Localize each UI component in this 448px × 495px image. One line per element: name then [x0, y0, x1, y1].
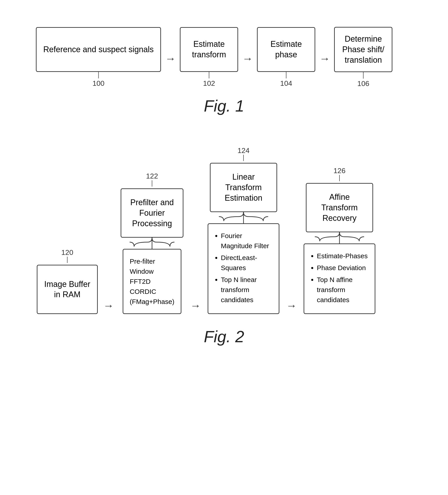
box-124: LinearTransformEstimation [210, 163, 277, 212]
arrow-3: → [315, 52, 334, 65]
box-122-text: Prefilter andFourierProcessing [130, 197, 174, 229]
box-126-text: AffineTransformRecovery [321, 192, 358, 223]
box-122: Prefilter andFourierProcessing [121, 188, 183, 238]
subbox-126: Estimate-Phases Phase Deviation Top N af… [303, 244, 375, 314]
box-wrapper-102: Estimatetransform 102 [180, 27, 238, 72]
label-120-top: 120 [61, 248, 73, 263]
fig1-flow-row: Reference and suspect signals 100 → Esti… [36, 27, 412, 90]
box-wrapper-106: DeterminePhase shift/translation 106 [334, 27, 392, 72]
box-102-text: Estimatetransform [192, 39, 226, 60]
subbox-122-text: Pre-filterWindowFFT2DCORDIC(FMag+Phase) [130, 258, 174, 305]
box-wrapper-100: Reference and suspect signals 100 [36, 27, 161, 72]
main-container: Reference and suspect signals 100 → Esti… [0, 0, 448, 382]
arrow-fig2-3: → [282, 282, 301, 314]
fig1-title: Fig. 1 [36, 97, 412, 115]
sub-124-item-2: DirectLeast-Squares [221, 253, 273, 273]
box-126: AffineTransformRecovery [306, 183, 373, 232]
box-120: Image Bufferin RAM [37, 265, 98, 314]
subbox-122: Pre-filterWindowFFT2DCORDIC(FMag+Phase) [123, 249, 181, 314]
label-122-top: 122 [146, 172, 158, 187]
sub-126-item-1: Estimate-Phases [317, 251, 368, 261]
brace-124 [219, 212, 268, 223]
box-100: Reference and suspect signals [36, 27, 161, 72]
box-124-text: LinearTransformEstimation [225, 172, 262, 203]
arrow-1: → [161, 52, 180, 65]
box-100-text: Reference and suspect signals [43, 44, 154, 55]
tick-106 [363, 72, 363, 79]
brace-122 [130, 238, 174, 249]
sub-124-item-1: Fourier Magnitude Filter [221, 231, 273, 251]
tick-102 [209, 72, 209, 78]
sub-126-item-2: Phase Deviation [317, 263, 368, 273]
arrow-fig2-2: → [186, 282, 205, 314]
fig2-area: 120 Image Bufferin RAM → 122 Prefilter a… [18, 138, 430, 368]
box-102: Estimatetransform [180, 27, 238, 72]
label-104: 104 [280, 72, 292, 88]
box-104: Estimatephase [257, 27, 315, 72]
subbox-124: Fourier Magnitude Filter DirectLeast-Squ… [208, 223, 279, 314]
label-124-top: 124 [237, 147, 249, 161]
label-100: 100 [92, 72, 104, 88]
label-102: 102 [203, 72, 215, 88]
fig1-area: Reference and suspect signals 100 → Esti… [18, 14, 430, 138]
arrow-fig2-1: → [99, 282, 118, 314]
label-126-top: 126 [333, 167, 345, 181]
box-106-text: DeterminePhase shift/translation [342, 34, 384, 65]
box-120-text: Image Bufferin RAM [44, 279, 90, 300]
box-106: DeterminePhase shift/translation [334, 27, 392, 72]
sub-124-item-3: Top N linear transform candidates [221, 275, 273, 305]
arrow-2: → [238, 52, 257, 65]
box-wrapper-104: Estimatephase 104 [257, 27, 315, 72]
box-104-text: Estimatephase [270, 39, 302, 60]
brace-126 [315, 232, 364, 244]
fig2-title: Fig. 2 [36, 328, 412, 346]
label-106: 106 [357, 72, 369, 88]
sub-126-item-3: Top N affine transform candidates [317, 275, 368, 305]
tick-100 [98, 72, 99, 78]
tick-104 [286, 72, 286, 78]
